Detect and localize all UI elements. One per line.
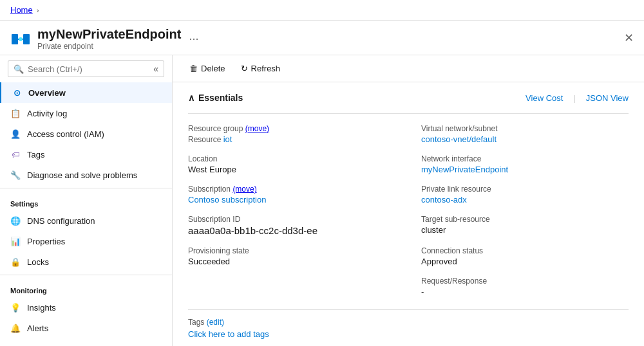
prop-label-location: Location [188, 154, 395, 163]
prop-value-location: West Europe [188, 165, 395, 174]
prop-label-ts: Target sub-resource [421, 215, 629, 224]
prop-label-sub: Subscription (move) [188, 185, 395, 194]
sidebar-item-label-activity: Activity log [27, 109, 67, 118]
view-cost-link[interactable]: View Cost [526, 93, 563, 103]
refresh-label: Refresh [251, 64, 281, 73]
svg-point-3 [19, 37, 23, 41]
sidebar-item-alerts[interactable]: 🔔 Alerts [0, 318, 172, 338]
sidebar-item-label-properties: Properties [27, 237, 65, 246]
search-input[interactable] [28, 64, 149, 74]
prop-label-rr: Request/Response [421, 277, 629, 286]
sidebar-item-label-alerts: Alerts [27, 323, 48, 333]
prop-provisioning: Provisioning state Succeeded [188, 246, 395, 266]
tags-icon: 🏷 [10, 149, 21, 159]
prop-value-sub: Contoso subscription [188, 195, 395, 205]
dns-icon: 🌐 [10, 215, 21, 226]
resource-type: Private endpoint [37, 42, 181, 51]
sidebar-item-locks[interactable]: 🔒 Locks [0, 251, 172, 272]
prop-connection-status: Connection status Approved [421, 246, 629, 266]
breadcrumb: Home › [10, 5, 39, 15]
json-view-link[interactable]: JSON View [586, 93, 629, 103]
diagnose-icon: 🔧 [10, 170, 21, 180]
search-box[interactable]: 🔍 « [8, 60, 164, 77]
properties-grid: Resource group (move) Resource iot Virtu… [188, 124, 629, 296]
sub-link[interactable]: Contoso subscription [188, 195, 266, 205]
sidebar-item-label-overview: Overview [28, 88, 66, 98]
sidebar-item-activity-log[interactable]: 📋 Activity log [0, 103, 172, 123]
close-button[interactable]: ✕ [624, 31, 634, 45]
more-options-button[interactable]: ··· [189, 32, 198, 46]
header-text: myNewPrivateEndpoint Private endpoint [37, 27, 181, 51]
pl-link[interactable]: contoso-adx [421, 195, 467, 205]
tags-edit-link[interactable]: (edit) [207, 318, 224, 327]
sidebar-item-diagnose[interactable]: 🔧 Diagnose and solve problems [0, 165, 172, 185]
rg-link[interactable]: iot [223, 134, 232, 144]
rg-resource-label: Resource [188, 135, 223, 144]
sidebar-item-overview[interactable]: ⊙ Overview [0, 82, 172, 103]
prop-label-pl: Private link resource [421, 185, 629, 194]
prop-label-cs: Connection status [421, 246, 629, 255]
delete-button[interactable]: 🗑 Delete [183, 60, 232, 77]
delete-label: Delete [201, 64, 225, 73]
breadcrumb-home[interactable]: Home [10, 5, 33, 15]
prop-label-prov: Provisioning state [188, 246, 395, 255]
svg-rect-1 [23, 34, 30, 44]
essentials-title: ∧ Essentials [188, 93, 243, 103]
vnet-link[interactable]: contoso-vnet/default [421, 134, 497, 144]
delete-icon: 🗑 [189, 64, 198, 73]
move-link-rg[interactable]: (move) [245, 124, 269, 133]
sidebar-item-insights[interactable]: 💡 Insights [0, 297, 172, 318]
sidebar-item-access-control[interactable]: 👤 Access control (IAM) [0, 123, 172, 144]
settings-section-label: Settings [0, 194, 172, 210]
prop-private-link: Private link resource contoso-adx [421, 185, 629, 205]
overview-icon: ⊙ [12, 87, 22, 98]
resource-icon [10, 29, 31, 50]
content-area: 🗑 Delete ↻ Refresh ∧ Essentials View Cos… [173, 55, 644, 346]
prop-value-pl: contoso-adx [421, 195, 629, 205]
prop-resource-group: Resource group (move) Resource iot [188, 124, 395, 144]
prop-empty [188, 277, 395, 296]
prop-subscription-id: Subscription ID aaaa0a0a-bb1b-cc2c-dd3d-… [188, 215, 395, 236]
locks-icon: 🔒 [10, 257, 21, 267]
move-link-sub[interactable]: (move) [232, 185, 256, 194]
essentials-actions: View Cost | JSON View [526, 93, 629, 103]
sidebar-item-label-diagnose: Diagnose and solve problems [27, 170, 137, 180]
collapse-button[interactable]: « [153, 64, 158, 74]
ni-link[interactable]: myNewPrivateEndpoint [421, 165, 508, 174]
prop-label-ni: Network interface [421, 154, 629, 163]
refresh-button[interactable]: ↻ Refresh [234, 60, 287, 77]
page-title: myNewPrivateEndpoint [37, 27, 181, 42]
chevron-up-icon: ∧ [188, 93, 194, 103]
svg-rect-0 [12, 34, 18, 44]
prop-value-rr: - [421, 287, 629, 296]
sidebar-item-label-access: Access control (IAM) [27, 129, 104, 139]
prop-value-vnet: contoso-vnet/default [421, 134, 629, 144]
prop-label-subid: Subscription ID [188, 215, 395, 224]
prop-request-response: Request/Response - [421, 277, 629, 296]
prop-value-cs: Approved [421, 257, 629, 266]
monitoring-section-label: Monitoring [0, 280, 172, 297]
breadcrumb-separator: › [37, 6, 39, 14]
sidebar-item-tags[interactable]: 🏷 Tags [0, 144, 172, 165]
tags-section: Tags (edit) Click here to add tags [188, 309, 629, 339]
prop-value-ts: cluster [421, 225, 629, 235]
tags-label-text: Tags [188, 318, 204, 327]
add-tags-link[interactable]: Click here to add tags [188, 329, 269, 339]
sidebar-item-label-locks: Locks [27, 257, 49, 267]
activity-icon: 📋 [10, 108, 21, 118]
prop-location: Location West Europe [188, 154, 395, 174]
prop-vnet: Virtual network/subnet contoso-vnet/defa… [421, 124, 629, 144]
actions-separator: | [573, 93, 575, 103]
sidebar-item-dns[interactable]: 🌐 DNS configuration [0, 210, 172, 231]
prop-label-vnet: Virtual network/subnet [421, 124, 629, 133]
prop-subscription: Subscription (move) Contoso subscription [188, 185, 395, 205]
prop-value-subid: aaaa0a0a-bb1b-cc2c-dd3d-ee [188, 225, 395, 236]
prop-value-ni: myNewPrivateEndpoint [421, 165, 629, 174]
tags-label: Tags (edit) [188, 318, 629, 327]
sidebar-item-label-dns: DNS configuration [27, 216, 95, 226]
prop-network-interface: Network interface myNewPrivateEndpoint [421, 154, 629, 174]
prop-value-rg: Resource iot [188, 134, 395, 144]
sidebar-item-properties[interactable]: 📊 Properties [0, 231, 172, 251]
insights-icon: 💡 [10, 302, 21, 313]
properties-icon: 📊 [10, 236, 21, 246]
